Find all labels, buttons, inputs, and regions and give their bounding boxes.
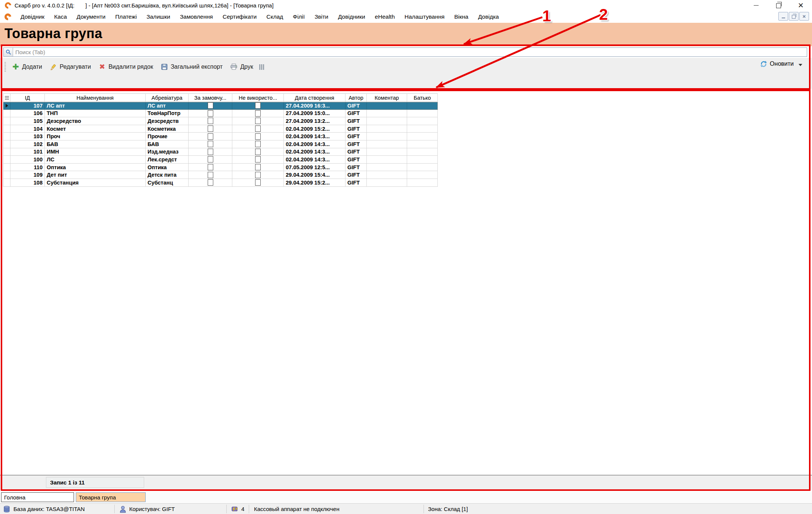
cell-created: 27.04.2009 16:3...: [284, 102, 345, 110]
print-button[interactable]: Друк: [226, 62, 257, 72]
mdi-close-button[interactable]: ×: [799, 12, 809, 21]
cell-parent: [407, 110, 438, 118]
current-row-arrow-icon: [6, 104, 8, 108]
menu-item-11[interactable]: Довідники: [333, 10, 370, 23]
tab-2-active[interactable]: Товарна група: [76, 492, 146, 502]
column-header-5[interactable]: Не використо...: [232, 93, 284, 102]
table-row[interactable]: 103ПрочПрочие02.04.2009 14:3...GIFT: [3, 133, 438, 140]
default-checkbox[interactable]: [208, 102, 213, 109]
not-used-checkbox[interactable]: [255, 179, 261, 186]
refresh-icon: [760, 60, 767, 68]
toolbar: ✚ДодатиРедагувати✖Видалити рядокЗагальни…: [0, 59, 812, 75]
table-row[interactable]: 106ТНПТовНарПотр27.04.2009 15:0...GIFT: [3, 110, 438, 118]
menu-item-8[interactable]: Склад: [261, 10, 288, 23]
toolbar-grip-handle[interactable]: [4, 62, 6, 72]
columns-icon[interactable]: [259, 64, 264, 70]
edit-button[interactable]: Редагувати: [46, 62, 95, 72]
menu-item-6[interactable]: Замовлення: [175, 10, 218, 23]
menu-item-2[interactable]: Каса: [49, 10, 72, 23]
table-row[interactable]: 107ЛС аптЛС апт27.04.2009 16:3...GIFT: [3, 102, 438, 110]
column-header-9[interactable]: Батько: [407, 93, 438, 102]
default-checkbox[interactable]: [208, 164, 213, 170]
default-checkbox[interactable]: [208, 133, 213, 140]
cell-abbr: ТовНарПотр: [146, 110, 189, 118]
cell-author: GIFT: [345, 117, 367, 125]
search-input[interactable]: Поиск (Tab): [3, 47, 807, 57]
menu-item-10[interactable]: Звіти: [310, 10, 333, 23]
cell-author: GIFT: [345, 171, 367, 179]
column-header-1[interactable]: ІД: [10, 93, 45, 102]
menu-item-9[interactable]: Філії: [288, 10, 310, 23]
menu-item-4[interactable]: Платежі: [110, 10, 142, 23]
default-checkbox[interactable]: [208, 141, 213, 147]
restore-button[interactable]: [767, 0, 790, 10]
chevron-down-icon[interactable]: [799, 64, 802, 66]
cell-default: [189, 164, 232, 171]
search-button[interactable]: [4, 48, 13, 56]
row-indicator: [3, 164, 10, 171]
export-button[interactable]: Загальний експорт: [157, 62, 226, 72]
toolbar-button-label: Редагувати: [60, 64, 91, 70]
not-used-checkbox[interactable]: [255, 118, 261, 124]
column-header-7[interactable]: Автор: [345, 93, 367, 102]
table-row[interactable]: 104КосметКосметика02.04.2009 15:2...GIFT: [3, 125, 438, 133]
refresh-button[interactable]: Оновити: [760, 60, 802, 68]
database-status: База даних: TASA3@TITAN: [3, 504, 85, 514]
menu-item-3[interactable]: Документи: [72, 10, 110, 23]
delete-row-button[interactable]: ✖Видалити рядок: [94, 62, 156, 72]
default-checkbox[interactable]: [208, 172, 213, 178]
mdi-restore-button[interactable]: [789, 12, 799, 21]
cell-default: [189, 171, 232, 179]
menu-item-15[interactable]: Довідка: [473, 10, 504, 23]
cell-created: 07.05.2009 12:5...: [284, 164, 345, 171]
add-button[interactable]: ✚Додати: [8, 62, 46, 72]
default-checkbox[interactable]: [208, 156, 213, 162]
menu-item-12[interactable]: eHealth: [370, 10, 400, 23]
minimize-button[interactable]: [745, 0, 767, 10]
not-used-checkbox[interactable]: [255, 164, 261, 170]
table-row[interactable]: 101ИМНИзд.медназ02.04.2009 14:3...GIFT: [3, 148, 438, 156]
menu-item-1[interactable]: Довідник: [16, 10, 49, 23]
column-header-3[interactable]: Абревіатура: [146, 93, 189, 102]
default-checkbox[interactable]: [208, 126, 213, 132]
table-row[interactable]: 110ОптикаОптика07.05.2009 12:5...GIFT: [3, 164, 438, 171]
table-row[interactable]: 108СубстанцияСубстанц29.04.2009 15:2...G…: [3, 179, 438, 187]
record-status: Запис 1 із 11: [46, 477, 144, 488]
column-header-6[interactable]: Дата створення: [284, 93, 345, 102]
column-header-4[interactable]: За замовчу...: [189, 93, 232, 102]
not-used-checkbox[interactable]: [255, 126, 261, 132]
default-checkbox[interactable]: [208, 179, 213, 186]
cell-abbr: Изд.медназ: [146, 148, 189, 156]
default-checkbox[interactable]: [208, 149, 213, 155]
status-bar: База даних: TASA3@TITAN Користувач: GIFT…: [0, 503, 812, 514]
not-used-checkbox[interactable]: [255, 141, 261, 147]
default-checkbox[interactable]: [208, 118, 213, 124]
not-used-checkbox[interactable]: [255, 133, 261, 140]
column-header-2[interactable]: Найменування: [45, 93, 146, 102]
cell-name: ЛС: [45, 156, 146, 164]
not-used-checkbox[interactable]: [255, 156, 261, 162]
control-panel: Поиск (Tab) ✚ДодатиРедагувати✖Видалити р…: [0, 46, 812, 89]
table-row[interactable]: 102БАВБАВ02.04.2009 14:3...GIFT: [3, 140, 438, 148]
tab-1[interactable]: Головна: [1, 492, 74, 502]
not-used-checkbox[interactable]: [255, 110, 261, 117]
not-used-checkbox[interactable]: [255, 102, 261, 109]
refresh-label: Оновити: [770, 61, 794, 67]
grid-options-icon[interactable]: [5, 96, 9, 100]
menu-item-7[interactable]: Сертифікати: [218, 10, 261, 23]
menu-item-5[interactable]: Залишки: [142, 10, 175, 23]
menu-item-14[interactable]: Вікна: [449, 10, 473, 23]
menu-item-13[interactable]: Налаштування: [400, 10, 449, 23]
table-row[interactable]: 105ДезсредствоДезсредств27.04.2009 13:2.…: [3, 117, 438, 125]
close-button[interactable]: ✕: [790, 0, 812, 10]
row-indicator-header: [3, 93, 10, 102]
not-used-checkbox[interactable]: [255, 149, 261, 155]
default-checkbox[interactable]: [208, 110, 213, 117]
table-row[interactable]: 109Дет питДетск пита29.04.2009 15:4...GI…: [3, 171, 438, 179]
not-used-checkbox[interactable]: [255, 172, 261, 178]
mdi-minimize-button[interactable]: [778, 12, 788, 21]
column-header-8[interactable]: Коментар: [367, 93, 407, 102]
cell-default: [189, 133, 232, 140]
cell-default: [189, 179, 232, 187]
table-row[interactable]: 100ЛСЛек.средст02.04.2009 14:3...GIFT: [3, 156, 438, 164]
